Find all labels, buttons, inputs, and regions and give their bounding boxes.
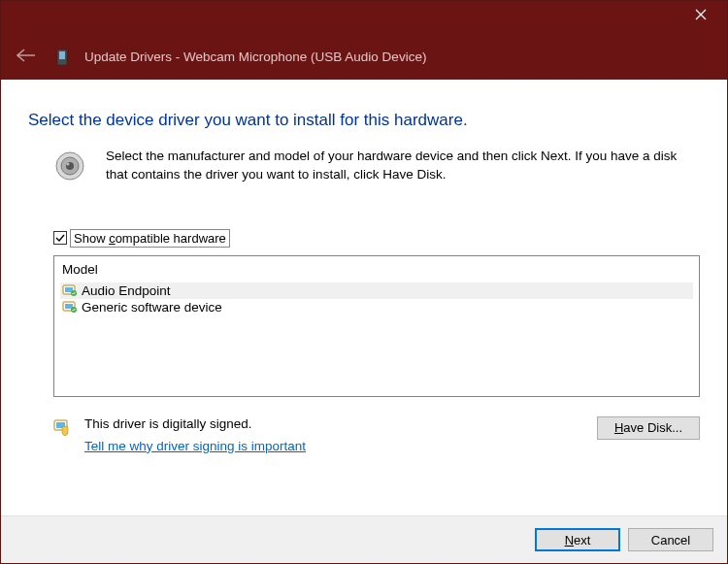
list-item-label: Generic software device xyxy=(82,300,222,315)
driver-list[interactable]: Model Audio Endpoint Generic software de… xyxy=(53,255,700,397)
info-text: Select the manufacturer and model of you… xyxy=(106,148,688,184)
list-item[interactable]: Audio Endpoint xyxy=(60,282,693,299)
header-title: Update Drivers - Webcam Microphone (USB … xyxy=(84,50,426,64)
wizard-header: Update Drivers - Webcam Microphone (USB … xyxy=(1,34,727,80)
info-row: Select the manufacturer and model of you… xyxy=(28,148,700,184)
list-item[interactable]: Generic software device xyxy=(60,299,693,315)
close-button[interactable] xyxy=(678,1,723,28)
wizard-footer: Next Cancel xyxy=(1,515,727,563)
svg-rect-3 xyxy=(59,51,65,59)
wizard-content: Select the device driver you want to ins… xyxy=(1,80,727,467)
device-icon xyxy=(55,48,69,67)
back-button[interactable] xyxy=(13,45,40,69)
shield-icon xyxy=(53,418,71,436)
list-header-model: Model xyxy=(60,260,693,282)
cancel-button[interactable]: Cancel xyxy=(628,528,713,551)
next-button[interactable]: Next xyxy=(535,528,620,551)
have-disk-button[interactable]: Have Disk... xyxy=(597,416,700,440)
titlebar xyxy=(1,1,727,34)
show-compatible-label[interactable]: Show compatible hardware xyxy=(70,229,230,248)
signing-info-link[interactable]: Tell me why driver signing is important xyxy=(84,439,306,453)
signed-text: This driver is digitally signed. xyxy=(84,416,583,431)
check-icon xyxy=(55,233,65,243)
show-compatible-row: Show compatible hardware xyxy=(28,229,700,248)
close-icon xyxy=(695,9,707,20)
svg-point-7 xyxy=(67,163,70,166)
signed-row: This driver is digitally signed. Tell me… xyxy=(28,416,700,453)
list-item-label: Audio Endpoint xyxy=(82,283,171,298)
speaker-icon xyxy=(53,149,86,182)
show-compatible-checkbox[interactable] xyxy=(53,231,67,245)
page-heading: Select the device driver you want to ins… xyxy=(28,111,700,130)
driver-signed-icon xyxy=(62,283,78,297)
back-arrow-icon xyxy=(17,49,36,62)
driver-signed-icon xyxy=(62,300,78,314)
